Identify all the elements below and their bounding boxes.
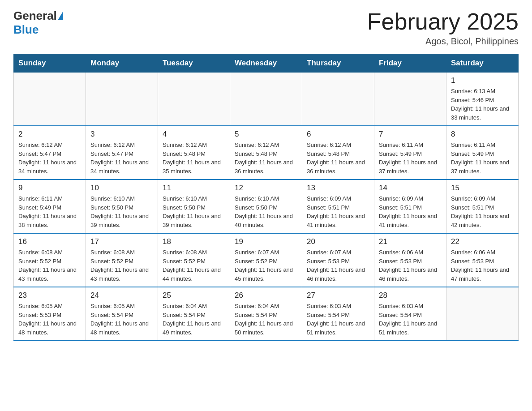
day-cell: 16Sunrise: 6:08 AM Sunset: 5:52 PM Dayli… bbox=[14, 233, 86, 287]
day-info: Sunrise: 6:09 AM Sunset: 5:51 PM Dayligh… bbox=[451, 194, 514, 229]
day-cell bbox=[14, 73, 86, 126]
day-cell: 11Sunrise: 6:10 AM Sunset: 5:50 PM Dayli… bbox=[158, 180, 230, 233]
day-cell: 18Sunrise: 6:08 AM Sunset: 5:52 PM Dayli… bbox=[158, 233, 230, 287]
header-cell-tuesday: Tuesday bbox=[158, 54, 230, 73]
day-info: Sunrise: 6:08 AM Sunset: 5:52 PM Dayligh… bbox=[18, 248, 81, 283]
day-cell: 27Sunrise: 6:03 AM Sunset: 5:54 PM Dayli… bbox=[302, 287, 374, 341]
day-info: Sunrise: 6:11 AM Sunset: 5:49 PM Dayligh… bbox=[451, 141, 514, 176]
day-cell: 8Sunrise: 6:11 AM Sunset: 5:49 PM Daylig… bbox=[446, 126, 519, 180]
day-cell: 12Sunrise: 6:10 AM Sunset: 5:50 PM Dayli… bbox=[230, 180, 302, 233]
day-cell: 15Sunrise: 6:09 AM Sunset: 5:51 PM Dayli… bbox=[446, 180, 519, 233]
day-info: Sunrise: 6:12 AM Sunset: 5:48 PM Dayligh… bbox=[235, 141, 297, 176]
day-info: Sunrise: 6:07 AM Sunset: 5:53 PM Dayligh… bbox=[307, 248, 369, 283]
calendar-body: 1Sunrise: 6:13 AM Sunset: 5:46 PM Daylig… bbox=[14, 73, 519, 341]
day-number: 5 bbox=[235, 130, 297, 139]
day-cell: 14Sunrise: 6:09 AM Sunset: 5:51 PM Dayli… bbox=[374, 180, 446, 233]
week-row-4: 16Sunrise: 6:08 AM Sunset: 5:52 PM Dayli… bbox=[14, 233, 519, 287]
header-cell-monday: Monday bbox=[86, 54, 158, 73]
logo-general-text: General bbox=[13, 9, 57, 23]
day-cell: 17Sunrise: 6:08 AM Sunset: 5:52 PM Dayli… bbox=[86, 233, 158, 287]
header-cell-thursday: Thursday bbox=[302, 54, 374, 73]
day-cell: 3Sunrise: 6:12 AM Sunset: 5:47 PM Daylig… bbox=[86, 126, 158, 180]
day-cell: 4Sunrise: 6:12 AM Sunset: 5:48 PM Daylig… bbox=[158, 126, 230, 180]
day-number: 13 bbox=[307, 184, 369, 193]
day-number: 9 bbox=[18, 184, 81, 193]
logo: General Blue bbox=[13, 9, 63, 37]
day-number: 7 bbox=[379, 130, 442, 139]
day-cell: 6Sunrise: 6:12 AM Sunset: 5:48 PM Daylig… bbox=[302, 126, 374, 180]
week-row-1: 1Sunrise: 6:13 AM Sunset: 5:46 PM Daylig… bbox=[14, 73, 519, 126]
day-number: 28 bbox=[379, 291, 442, 300]
header-cell-friday: Friday bbox=[374, 54, 446, 73]
day-info: Sunrise: 6:06 AM Sunset: 5:53 PM Dayligh… bbox=[451, 248, 514, 283]
day-cell: 7Sunrise: 6:11 AM Sunset: 5:49 PM Daylig… bbox=[374, 126, 446, 180]
day-info: Sunrise: 6:04 AM Sunset: 5:54 PM Dayligh… bbox=[235, 302, 297, 337]
day-info: Sunrise: 6:10 AM Sunset: 5:50 PM Dayligh… bbox=[235, 194, 297, 229]
day-number: 20 bbox=[307, 237, 369, 246]
day-info: Sunrise: 6:12 AM Sunset: 5:47 PM Dayligh… bbox=[18, 141, 81, 176]
day-info: Sunrise: 6:10 AM Sunset: 5:50 PM Dayligh… bbox=[90, 194, 153, 229]
header-row: SundayMondayTuesdayWednesdayThursdayFrid… bbox=[14, 54, 519, 73]
day-info: Sunrise: 6:06 AM Sunset: 5:53 PM Dayligh… bbox=[379, 248, 442, 283]
day-info: Sunrise: 6:12 AM Sunset: 5:47 PM Dayligh… bbox=[90, 141, 153, 176]
day-number: 21 bbox=[379, 237, 442, 246]
day-cell: 28Sunrise: 6:03 AM Sunset: 5:54 PM Dayli… bbox=[374, 287, 446, 341]
header-cell-wednesday: Wednesday bbox=[230, 54, 302, 73]
logo-blue-text: Blue bbox=[13, 23, 39, 37]
day-number: 3 bbox=[90, 130, 153, 139]
day-cell: 22Sunrise: 6:06 AM Sunset: 5:53 PM Dayli… bbox=[446, 233, 519, 287]
day-info: Sunrise: 6:05 AM Sunset: 5:53 PM Dayligh… bbox=[18, 302, 81, 337]
day-cell: 19Sunrise: 6:07 AM Sunset: 5:52 PM Dayli… bbox=[230, 233, 302, 287]
day-info: Sunrise: 6:12 AM Sunset: 5:48 PM Dayligh… bbox=[307, 141, 369, 176]
day-number: 23 bbox=[18, 291, 81, 300]
day-info: Sunrise: 6:11 AM Sunset: 5:49 PM Dayligh… bbox=[18, 194, 81, 229]
day-info: Sunrise: 6:13 AM Sunset: 5:46 PM Dayligh… bbox=[451, 87, 514, 122]
day-info: Sunrise: 6:05 AM Sunset: 5:54 PM Dayligh… bbox=[90, 302, 153, 337]
day-cell bbox=[230, 73, 302, 126]
day-cell bbox=[374, 73, 446, 126]
logo-triangle-icon bbox=[58, 11, 63, 20]
day-number: 22 bbox=[451, 237, 514, 246]
day-number: 8 bbox=[451, 130, 514, 139]
day-number: 6 bbox=[307, 130, 369, 139]
day-cell: 25Sunrise: 6:04 AM Sunset: 5:54 PM Dayli… bbox=[158, 287, 230, 341]
day-cell bbox=[86, 73, 158, 126]
day-info: Sunrise: 6:03 AM Sunset: 5:54 PM Dayligh… bbox=[379, 302, 442, 337]
day-cell: 9Sunrise: 6:11 AM Sunset: 5:49 PM Daylig… bbox=[14, 180, 86, 233]
header-cell-sunday: Sunday bbox=[14, 54, 86, 73]
day-number: 27 bbox=[307, 291, 369, 300]
day-cell bbox=[446, 287, 519, 341]
day-info: Sunrise: 6:12 AM Sunset: 5:48 PM Dayligh… bbox=[163, 141, 225, 176]
day-info: Sunrise: 6:10 AM Sunset: 5:50 PM Dayligh… bbox=[163, 194, 225, 229]
week-row-5: 23Sunrise: 6:05 AM Sunset: 5:53 PM Dayli… bbox=[14, 287, 519, 341]
calendar-table: SundayMondayTuesdayWednesdayThursdayFrid… bbox=[13, 54, 519, 341]
day-number: 4 bbox=[163, 130, 225, 139]
day-cell: 1Sunrise: 6:13 AM Sunset: 5:46 PM Daylig… bbox=[446, 73, 519, 126]
day-info: Sunrise: 6:08 AM Sunset: 5:52 PM Dayligh… bbox=[90, 248, 153, 283]
day-number: 26 bbox=[235, 291, 297, 300]
day-cell: 13Sunrise: 6:09 AM Sunset: 5:51 PM Dayli… bbox=[302, 180, 374, 233]
day-cell: 21Sunrise: 6:06 AM Sunset: 5:53 PM Dayli… bbox=[374, 233, 446, 287]
day-cell: 26Sunrise: 6:04 AM Sunset: 5:54 PM Dayli… bbox=[230, 287, 302, 341]
day-cell: 23Sunrise: 6:05 AM Sunset: 5:53 PM Dayli… bbox=[14, 287, 86, 341]
day-number: 18 bbox=[163, 237, 225, 246]
day-number: 11 bbox=[163, 184, 225, 193]
week-row-3: 9Sunrise: 6:11 AM Sunset: 5:49 PM Daylig… bbox=[14, 180, 519, 233]
header-cell-saturday: Saturday bbox=[446, 54, 519, 73]
day-info: Sunrise: 6:09 AM Sunset: 5:51 PM Dayligh… bbox=[379, 194, 442, 229]
calendar-title: February 2025 bbox=[367, 9, 519, 34]
day-info: Sunrise: 6:03 AM Sunset: 5:54 PM Dayligh… bbox=[307, 302, 369, 337]
day-number: 25 bbox=[163, 291, 225, 300]
day-info: Sunrise: 6:09 AM Sunset: 5:51 PM Dayligh… bbox=[307, 194, 369, 229]
logo-icon-wrap: General Blue bbox=[13, 9, 63, 37]
day-info: Sunrise: 6:07 AM Sunset: 5:52 PM Dayligh… bbox=[235, 248, 297, 283]
day-cell: 2Sunrise: 6:12 AM Sunset: 5:47 PM Daylig… bbox=[14, 126, 86, 180]
day-cell: 20Sunrise: 6:07 AM Sunset: 5:53 PM Dayli… bbox=[302, 233, 374, 287]
day-number: 19 bbox=[235, 237, 297, 246]
day-cell bbox=[158, 73, 230, 126]
page-header: General Blue February 2025 Agos, Bicol, … bbox=[13, 9, 519, 47]
day-number: 2 bbox=[18, 130, 81, 139]
day-cell: 10Sunrise: 6:10 AM Sunset: 5:50 PM Dayli… bbox=[86, 180, 158, 233]
day-number: 10 bbox=[90, 184, 153, 193]
day-cell: 24Sunrise: 6:05 AM Sunset: 5:54 PM Dayli… bbox=[86, 287, 158, 341]
